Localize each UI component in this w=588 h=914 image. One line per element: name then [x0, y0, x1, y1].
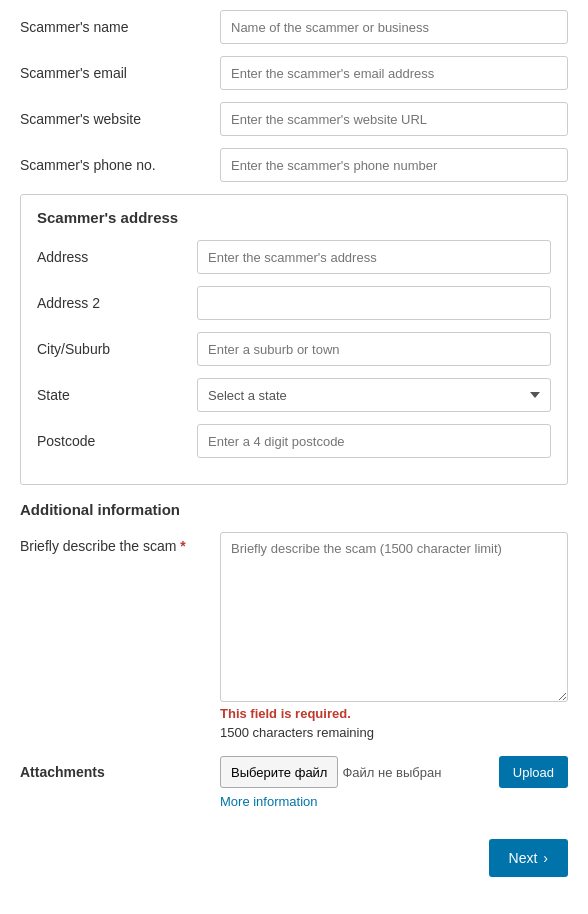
address-label: Address: [37, 249, 197, 265]
next-label: Next: [509, 850, 538, 866]
scammer-email-input[interactable]: [220, 56, 568, 90]
postcode-row: Postcode: [37, 424, 551, 458]
city-input[interactable]: [197, 332, 551, 366]
required-marker: *: [180, 538, 185, 554]
describe-row: Briefly describe the scam * This field i…: [20, 532, 568, 740]
scammer-email-label: Scammer's email: [20, 65, 220, 81]
state-row: State Select a state ACT NSW NT QLD SA T…: [37, 378, 551, 412]
char-count: 1500 characters remaining: [220, 725, 568, 740]
scammer-website-label: Scammer's website: [20, 111, 220, 127]
upload-button[interactable]: Upload: [499, 756, 568, 788]
address-section: Scammer's address Address Address 2 City…: [20, 194, 568, 485]
postcode-label: Postcode: [37, 433, 197, 449]
scammer-email-row: Scammer's email: [20, 56, 568, 90]
scammer-name-row: Scammer's name: [20, 10, 568, 44]
attachments-row: Attachments Выберите файл Файл не выбран…: [20, 756, 568, 788]
file-choose-button[interactable]: Выберите файл: [220, 756, 338, 788]
address-section-title: Scammer's address: [37, 209, 551, 226]
next-arrow-icon: ›: [543, 850, 548, 866]
scammer-website-row: Scammer's website: [20, 102, 568, 136]
describe-right: This field is required. 1500 characters …: [220, 532, 568, 740]
address2-input[interactable]: [197, 286, 551, 320]
next-button[interactable]: Next ›: [489, 839, 568, 877]
address2-row: Address 2: [37, 286, 551, 320]
form-container: Scammer's name Scammer's email Scammer's…: [0, 0, 588, 897]
postcode-input[interactable]: [197, 424, 551, 458]
describe-textarea[interactable]: [220, 532, 568, 702]
address-input[interactable]: [197, 240, 551, 274]
state-select[interactable]: Select a state ACT NSW NT QLD SA TAS VIC…: [197, 378, 551, 412]
more-info-link[interactable]: More information: [220, 794, 568, 809]
footer-row: Next ›: [20, 829, 568, 877]
scammer-name-input[interactable]: [220, 10, 568, 44]
scammer-name-label: Scammer's name: [20, 19, 220, 35]
scammer-phone-input[interactable]: [220, 148, 568, 182]
city-row: City/Suburb: [37, 332, 551, 366]
address2-label: Address 2: [37, 295, 197, 311]
scammer-phone-row: Scammer's phone no.: [20, 148, 568, 182]
attachments-label: Attachments: [20, 764, 220, 780]
additional-info-title: Additional information: [20, 501, 568, 518]
scammer-website-input[interactable]: [220, 102, 568, 136]
city-label: City/Suburb: [37, 341, 197, 357]
state-label: State: [37, 387, 197, 403]
attachments-controls: Выберите файл Файл не выбран Upload: [220, 756, 568, 788]
address-row: Address: [37, 240, 551, 274]
error-message: This field is required.: [220, 706, 568, 721]
file-no-chosen-text: Файл не выбран: [342, 765, 494, 780]
describe-label: Briefly describe the scam *: [20, 532, 220, 554]
scammer-phone-label: Scammer's phone no.: [20, 157, 220, 173]
